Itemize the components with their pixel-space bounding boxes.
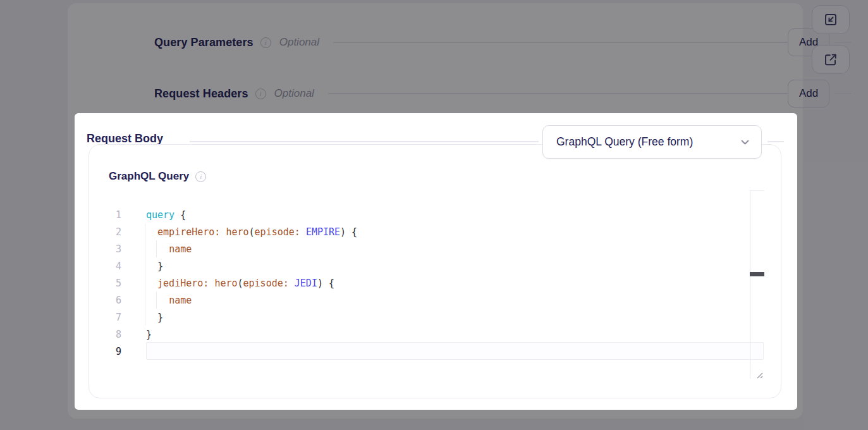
body-type-select[interactable]: GraphQL Query (Free form) bbox=[542, 125, 762, 159]
scrollbar-track-top bbox=[750, 190, 764, 191]
graphql-query-label-row: GraphQL Query i bbox=[109, 170, 206, 183]
body-type-value: GraphQL Query (Free form) bbox=[556, 135, 693, 149]
graphql-query-card: GraphQL Query i 1query {2 empireHero: he… bbox=[89, 144, 781, 398]
code-line[interactable]: 4 } bbox=[102, 257, 764, 274]
line-number: 2 bbox=[102, 226, 121, 238]
line-number: 3 bbox=[102, 243, 121, 255]
graphql-query-label: GraphQL Query bbox=[109, 170, 189, 183]
line-number: 6 bbox=[102, 295, 121, 306]
code-line[interactable]: 3 name bbox=[102, 240, 764, 257]
page: Query Parameters i Optional Add Request … bbox=[0, 0, 868, 430]
code-line[interactable]: 5 jediHero: hero(episode: JEDI) { bbox=[102, 274, 764, 292]
chevron-down-icon bbox=[740, 139, 750, 145]
line-number: 8 bbox=[102, 329, 121, 340]
divider bbox=[190, 141, 539, 142]
line-code: } bbox=[121, 312, 163, 323]
code-line[interactable]: 1query { bbox=[102, 206, 764, 223]
line-code: name bbox=[121, 243, 192, 255]
line-number: 1 bbox=[102, 209, 121, 221]
line-number: 9 bbox=[102, 346, 121, 357]
code-line[interactable]: 7 } bbox=[102, 309, 764, 326]
divider bbox=[767, 141, 784, 142]
info-icon[interactable]: i bbox=[195, 171, 206, 182]
resize-handle-icon[interactable] bbox=[755, 371, 764, 379]
line-code: } bbox=[121, 329, 152, 340]
line-code: } bbox=[121, 261, 163, 272]
line-number: 7 bbox=[102, 312, 121, 323]
request-body-section: Request Body GraphQL Query (Free form) G… bbox=[75, 113, 797, 410]
line-code: empireHero: hero(episode: EMPIRE) { bbox=[121, 226, 357, 238]
line-code: jediHero: hero(episode: JEDI) { bbox=[121, 278, 334, 289]
graphql-query-editor[interactable]: 1query {2 empireHero: hero(episode: EMPI… bbox=[102, 190, 764, 380]
code-line[interactable]: 8} bbox=[102, 326, 764, 343]
line-number: 4 bbox=[102, 261, 121, 272]
code-line[interactable]: 2 empireHero: hero(episode: EMPIRE) { bbox=[102, 223, 764, 240]
code-line[interactable]: 9 bbox=[102, 343, 764, 360]
line-number: 5 bbox=[102, 278, 121, 289]
request-body-label: Request Body bbox=[87, 132, 163, 145]
code-lines: 1query {2 empireHero: hero(episode: EMPI… bbox=[102, 190, 764, 380]
line-code: name bbox=[121, 295, 192, 306]
line-code: query { bbox=[121, 209, 186, 221]
code-line[interactable]: 6 name bbox=[102, 292, 764, 309]
